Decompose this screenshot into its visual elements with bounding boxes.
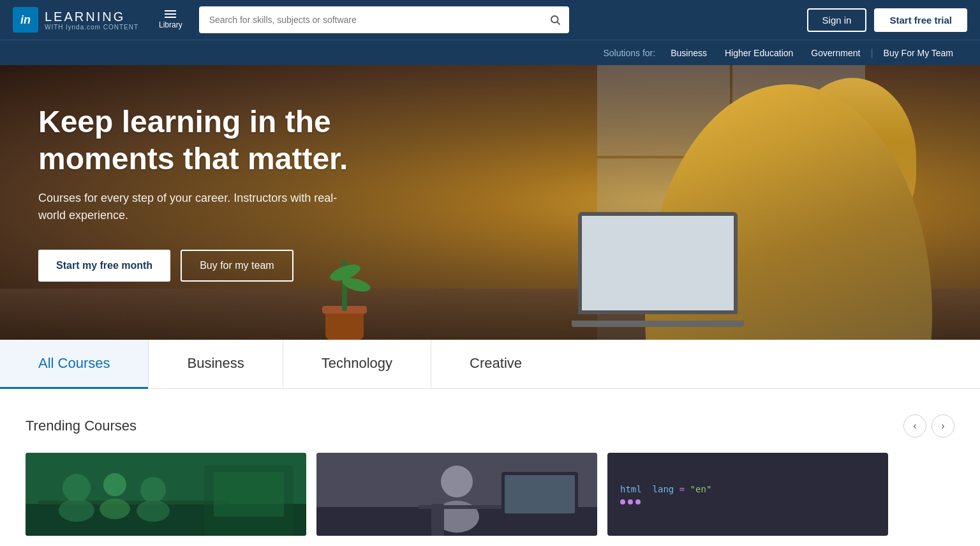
search-button[interactable] [541, 6, 569, 33]
hero-subtitle: Courses for every step of your career. I… [38, 190, 357, 224]
svg-point-4 [63, 474, 91, 502]
svg-rect-19 [505, 475, 575, 513]
hero-content: Keep learning in the moments that matter… [0, 65, 396, 307]
card-2-image [316, 453, 597, 536]
hamburger-icon [165, 10, 176, 18]
search-icon [549, 14, 561, 26]
header-actions: Sign in Start free trial [807, 8, 967, 32]
tab-technology[interactable]: Technology [283, 340, 431, 389]
svg-point-15 [441, 466, 473, 497]
laptop-screen [578, 212, 738, 314]
search-bar [199, 6, 569, 33]
svg-point-10 [137, 500, 170, 522]
carousel-controls: ‹ › [903, 414, 954, 437]
sign-in-button[interactable]: Sign in [807, 8, 867, 32]
code-dot-1 [620, 499, 625, 504]
learning-label: LEARNING [45, 10, 138, 24]
carousel-next-button[interactable]: › [932, 414, 954, 437]
course-cards: html lang = "en" [26, 453, 954, 536]
hero-laptop-decoration [578, 212, 757, 327]
sub-nav-divider: | [870, 47, 873, 59]
plant-pot [325, 311, 364, 340]
brand-text: LEARNING WITH lynda.com CONTENT [45, 10, 138, 31]
svg-point-0 [551, 16, 558, 23]
hero-title: Keep learning in the moments that matter… [38, 103, 357, 177]
lynda-label: WITH lynda.com CONTENT [45, 24, 138, 31]
hero-buttons: Start my free month Buy for my team [38, 250, 357, 282]
sub-nav: Solutions for: Business Higher Education… [0, 40, 980, 65]
svg-line-1 [557, 22, 560, 24]
svg-rect-12 [214, 472, 284, 517]
buy-for-team-button[interactable]: Buy for my team [181, 250, 293, 282]
sub-nav-buy-team[interactable]: Buy For My Team [876, 48, 961, 58]
svg-point-5 [103, 473, 126, 496]
library-button[interactable]: Library [159, 10, 182, 29]
code-dots-decoration [620, 499, 875, 504]
header: in LEARNING WITH lynda.com CONTENT Libra… [0, 0, 980, 40]
start-free-month-button[interactable]: Start my free month [38, 250, 170, 282]
code-line-1: html lang = "en" [620, 484, 875, 494]
sub-nav-government[interactable]: Government [803, 48, 868, 58]
course-card-3[interactable]: html lang = "en" [607, 453, 888, 536]
code-dot-3 [635, 499, 641, 504]
solutions-label: Solutions for: [603, 48, 655, 58]
svg-rect-20 [431, 504, 444, 536]
svg-point-8 [59, 499, 94, 522]
sub-nav-higher-education[interactable]: Higher Education [717, 48, 801, 58]
svg-point-9 [100, 499, 130, 519]
svg-point-6 [140, 477, 166, 503]
trending-header: Trending Courses ‹ › [26, 414, 954, 437]
tab-business[interactable]: Business [148, 340, 282, 389]
course-card-2[interactable] [316, 453, 597, 536]
tab-all-courses[interactable]: All Courses [0, 340, 148, 389]
course-card-1[interactable] [26, 453, 306, 536]
carousel-prev-button[interactable]: ‹ [903, 414, 926, 437]
tab-creative[interactable]: Creative [431, 340, 560, 389]
course-tabs: All Courses Business Technology Creative [0, 340, 980, 389]
hero-section: Keep learning in the moments that matter… [0, 65, 980, 340]
card-1-image [26, 453, 306, 536]
logo-text: in [20, 13, 31, 27]
linkedin-logo-icon: in [13, 7, 38, 33]
library-label: Library [159, 20, 182, 29]
trending-section: Trending Courses ‹ › [0, 389, 980, 546]
free-trial-button[interactable]: Start free trial [874, 8, 967, 32]
trending-title: Trending Courses [26, 418, 137, 434]
laptop-base [572, 321, 744, 327]
code-dot-2 [628, 499, 633, 504]
logo-area: in LEARNING WITH lynda.com CONTENT [13, 7, 138, 33]
search-input[interactable] [199, 6, 569, 33]
sub-nav-business[interactable]: Business [663, 48, 715, 58]
